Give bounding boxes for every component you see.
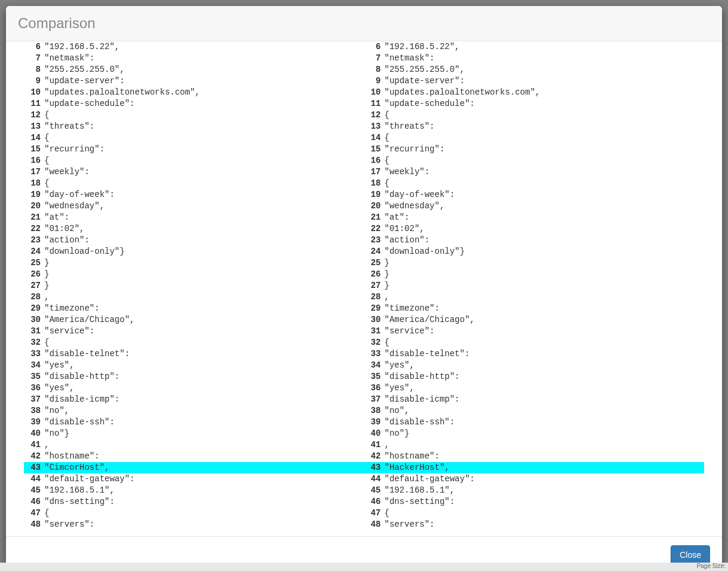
diff-line: 19"day-of-week": [364, 189, 705, 201]
diff-right-column: 6"192.168.5.22",7"netmask":8"255.255.255… [364, 41, 705, 530]
line-content: "default-gateway": [44, 474, 135, 484]
diff-line: 28, [364, 291, 705, 303]
line-number: 11 [24, 98, 41, 110]
diff-line: 32{ [364, 337, 705, 348]
line-content: "update-schedule": [385, 99, 475, 108]
diff-line: 42"hostname": [24, 451, 364, 462]
diff-line: 24"download-only"} [24, 246, 364, 257]
diff-line: 17"weekly": [24, 166, 364, 178]
line-number: 29 [364, 303, 381, 314]
diff-line: 20"wednesday", [364, 201, 705, 212]
line-content: "service": [44, 326, 95, 336]
line-content: "netmask": [385, 53, 435, 63]
line-number: 10 [364, 87, 381, 98]
diff-line: 19"day-of-week": [24, 189, 364, 201]
line-content: "updates.paloaltonetworks.com", [385, 87, 540, 97]
line-number: 32 [24, 337, 41, 348]
line-number: 42 [24, 451, 41, 462]
line-number: 8 [364, 64, 381, 75]
line-content: { [44, 156, 49, 165]
line-content: { [385, 156, 389, 165]
diff-line: 34"yes", [364, 360, 705, 371]
diff-line: 34"yes", [24, 360, 364, 371]
diff-line: 41, [364, 439, 705, 451]
diff-line: 14{ [364, 132, 705, 144]
diff-line: 22"01:02", [24, 223, 364, 235]
diff-line: 35"disable-http": [24, 371, 364, 382]
line-content: "disable-icmp": [44, 394, 120, 404]
line-number: 34 [24, 360, 41, 371]
line-number: 9 [24, 75, 41, 87]
line-number: 21 [24, 212, 41, 223]
line-number: 20 [24, 201, 41, 212]
line-number: 21 [364, 212, 381, 223]
diff-scroll-area[interactable]: 6"192.168.5.22",7"netmask":8"255.255.255… [24, 41, 704, 530]
diff-line: 29"timezone": [364, 303, 705, 314]
line-content: "CimcorHost", [44, 463, 109, 472]
line-content: "action": [44, 235, 90, 245]
modal-header: Comparison [6, 6, 722, 41]
line-number: 13 [24, 121, 41, 132]
line-content: "timezone": [385, 303, 440, 313]
line-number: 38 [364, 405, 381, 417]
line-number: 44 [364, 473, 381, 485]
line-number: 7 [364, 53, 381, 64]
line-number: 16 [24, 155, 41, 166]
line-number: 18 [364, 178, 381, 189]
line-number: 28 [364, 291, 381, 303]
line-content: "at": [385, 212, 410, 222]
diff-line: 45"192.168.5.1", [364, 485, 705, 496]
line-number: 12 [364, 110, 381, 121]
line-content: "disable-ssh": [385, 417, 455, 427]
line-content: { [385, 338, 389, 347]
diff-line: 44"default-gateway": [364, 473, 705, 485]
line-number: 43 [24, 462, 41, 473]
diff-line: 43"CimcorHost", [24, 462, 364, 473]
diff-line: 42"hostname": [364, 451, 705, 462]
diff-line: 16{ [24, 155, 364, 166]
diff-line: 29"timezone": [24, 303, 364, 314]
line-number: 14 [364, 132, 381, 144]
line-content: "disable-http": [385, 372, 460, 381]
line-content: , [44, 292, 49, 302]
close-button[interactable]: Close [671, 545, 710, 564]
comparison-modal: Comparison 6"192.168.5.22",7"netmask":8"… [6, 6, 722, 565]
diff-line: 33"disable-telnet": [364, 348, 705, 360]
line-number: 43 [364, 462, 381, 473]
diff-line: 44"default-gateway": [24, 473, 364, 485]
line-number: 45 [364, 485, 381, 496]
line-number: 27 [24, 280, 41, 291]
line-number: 39 [364, 417, 381, 428]
line-content: "no", [385, 406, 410, 415]
line-content: "update-server": [44, 76, 124, 86]
line-content: "threats": [385, 122, 435, 131]
diff-line: 28, [24, 291, 364, 303]
line-content: "hostname": [385, 451, 440, 461]
diff-line: 47{ [364, 508, 705, 519]
line-number: 40 [24, 428, 41, 439]
line-number: 17 [364, 166, 381, 178]
diff-line: 21"at": [364, 212, 705, 223]
diff-line: 24"download-only"} [364, 246, 705, 257]
line-number: 23 [24, 235, 41, 246]
diff-line: 39"disable-ssh": [364, 417, 705, 428]
line-content: "disable-icmp": [385, 394, 460, 404]
line-content: "no", [44, 406, 69, 415]
line-content: { [44, 110, 49, 120]
diff-line: 31"service": [24, 326, 364, 337]
line-content: "01:02", [385, 224, 425, 233]
line-number: 47 [364, 508, 381, 519]
line-content: "hostname": [44, 451, 99, 461]
diff-line: 26} [364, 269, 705, 280]
line-number: 11 [364, 98, 381, 110]
line-content: "service": [385, 326, 435, 336]
line-number: 48 [364, 519, 381, 530]
line-content: "no"} [44, 429, 69, 438]
line-number: 46 [24, 496, 41, 508]
line-content: } [385, 269, 389, 279]
line-content: "servers": [44, 520, 95, 529]
diff-line: 31"service": [364, 326, 705, 337]
line-content: "weekly": [385, 167, 430, 177]
line-content: "at": [44, 212, 69, 222]
diff-line: 13"threats": [364, 121, 705, 132]
